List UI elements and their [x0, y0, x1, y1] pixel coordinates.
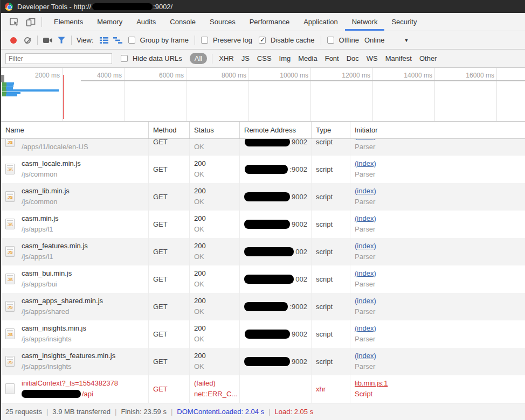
request-path: /apps/l1/locale/en-US [22, 143, 88, 151]
divider: | [46, 408, 48, 416]
overview-bar-segment [6, 94, 17, 96]
initiator-link[interactable]: lib.min.js:1 [355, 379, 388, 387]
table-row[interactable]: casm_insights.min.js/js/apps/insightsGET… [1, 320, 525, 348]
column-header-status[interactable]: Status [190, 122, 240, 138]
clear-button[interactable] [20, 34, 34, 47]
filter-type-img[interactable]: Img [279, 54, 291, 62]
filter-type-other[interactable]: Other [419, 54, 437, 62]
use-large-rows-button[interactable] [97, 34, 111, 47]
initiator-link[interactable]: (index) [355, 269, 376, 277]
cell-name: casm_apps_shared.min.js/js/apps/shared [1, 293, 149, 320]
cell-initiator: lib.min.js:1Script [350, 375, 525, 403]
overview-tick-label: 14000 ms [381, 72, 432, 79]
table-row[interactable]: casm_lib.min.js/js/commonGET200OK9002scr… [1, 183, 525, 211]
filter-type-ws[interactable]: WS [367, 54, 378, 62]
column-header-method[interactable]: Method [149, 122, 190, 138]
inspect-element-icon[interactable] [6, 16, 23, 29]
js-file-icon [5, 139, 15, 147]
redacted-address [244, 220, 290, 229]
initiator-link[interactable]: (index) [355, 242, 376, 250]
tab-audits[interactable]: Audits [129, 13, 163, 31]
initiator-link[interactable]: (index) [355, 187, 376, 195]
filter-type-xhr[interactable]: XHR [219, 54, 233, 62]
initiator-link[interactable]: (index) [355, 297, 376, 305]
device-toolbar-icon[interactable] [23, 16, 39, 29]
filter-type-css[interactable]: CSS [257, 54, 272, 62]
tabbar-icons [1, 13, 47, 31]
tab-performance[interactable]: Performance [243, 13, 296, 31]
hide-data-urls-label: Hide data URLs [133, 54, 182, 62]
table-row[interactable]: casm_insights_features.min.js/js/apps/in… [1, 348, 525, 375]
initiator-source: Parser [355, 362, 375, 370]
filter-type-font[interactable]: Font [325, 54, 339, 62]
column-header-remote-address[interactable]: Remote Address [240, 122, 312, 138]
column-header-type[interactable]: Type [312, 122, 350, 138]
tab-console[interactable]: Console [163, 13, 203, 31]
column-header-initiator[interactable]: Initiator [350, 122, 525, 138]
table-row[interactable]: /apps/l1/locale/en-USGET200OK9002script(… [1, 139, 525, 156]
filter-type-all[interactable]: All [190, 53, 207, 64]
record-icon [10, 37, 17, 44]
tab-security[interactable]: Security [384, 13, 424, 31]
cell-method: GET [149, 238, 190, 265]
hide-data-urls-checkbox[interactable] [121, 55, 128, 62]
divider [321, 36, 321, 45]
chevron-down-icon[interactable]: ▼ [404, 38, 409, 43]
tab-elements[interactable]: Elements [47, 13, 90, 31]
show-overview-button[interactable] [111, 34, 125, 47]
cell-type: script [312, 238, 350, 265]
overview-bar-segment [2, 85, 6, 87]
table-row[interactable]: casm.min.js/js/apps/l1GET200OK9002script… [1, 211, 525, 238]
status-code: 200 [194, 242, 206, 250]
overview-bar-segment [6, 85, 13, 87]
initiator-link[interactable]: (index) [355, 352, 376, 360]
cell-remote-address: 9002 [240, 139, 312, 156]
tab-sources[interactable]: Sources [203, 13, 243, 31]
status-text: OK [194, 253, 204, 261]
overview-tick-label: 12000 ms [319, 72, 370, 79]
capture-screenshots-button[interactable] [40, 34, 54, 47]
filter-type-doc[interactable]: Doc [347, 54, 359, 62]
initiator-link[interactable]: (index) [355, 214, 376, 222]
initiator-link[interactable]: (index) [355, 139, 376, 140]
table-row-wrapper: casm_lib.min.js/js/commonGET200OK9002scr… [1, 183, 525, 211]
offline-checkbox[interactable] [327, 37, 334, 44]
status-text: net::ERR_C... [194, 390, 237, 398]
cell-status: 200OK [190, 156, 240, 183]
overview-gridline [434, 68, 435, 121]
disable-cache-checkbox[interactable] [259, 37, 266, 44]
table-row[interactable]: initialContext?_ts=1554382378/apiGET(fai… [1, 375, 525, 403]
finish-time: Finish: 23.59 s [121, 408, 167, 416]
table-row[interactable]: casm_features.min.js/js/apps/l1GET200OK0… [1, 238, 525, 265]
record-button[interactable] [6, 34, 20, 47]
redacted-address [245, 330, 290, 339]
table-row[interactable]: casm_locale.min.js/js/commonGET200OK:900… [1, 156, 525, 183]
filter-type-js[interactable]: JS [241, 54, 250, 62]
throttling-select[interactable]: Online [364, 36, 385, 44]
cell-remote-address: 9002 [240, 348, 312, 375]
network-overview[interactable]: 2000 ms4000 ms6000 ms8000 ms10000 ms1200… [1, 68, 525, 122]
remote-address-port: :9002 [289, 165, 307, 173]
tab-application[interactable]: Application [296, 13, 345, 31]
group-by-frame-checkbox[interactable] [128, 37, 135, 44]
cell-initiator: (index)Parser [350, 320, 525, 348]
overview-handle[interactable] [1, 75, 4, 82]
filter-toggle-button[interactable] [54, 34, 68, 47]
tab-network[interactable]: Network [345, 13, 385, 31]
resource-type-filters: AllXHRJSCSSImgMediaFontDocWSManifestOthe… [185, 53, 441, 64]
request-name: initialContext?_ts=1554382378 [22, 379, 118, 387]
table-row[interactable]: casm_apps_shared.min.js/js/apps/sharedGE… [1, 293, 525, 320]
table-row[interactable]: casm_bui.min.js/js/apps/buiGET200OK002sc… [1, 265, 525, 293]
table-row-wrapper: casm_insights.min.js/js/apps/insightsGET… [1, 320, 525, 348]
filter-type-media[interactable]: Media [298, 54, 317, 62]
filter-type-manifest[interactable]: Manifest [385, 54, 412, 62]
initiator-link[interactable]: (index) [355, 159, 376, 167]
tab-memory[interactable]: Memory [90, 13, 129, 31]
preserve-log-checkbox[interactable] [201, 37, 208, 44]
overview-bar-segment [2, 94, 6, 96]
cell-status: 200OK [190, 265, 240, 293]
column-header-name[interactable]: Name [1, 122, 149, 138]
cell-initiator: (index)Parser [350, 211, 525, 238]
filter-input[interactable] [5, 53, 112, 64]
initiator-link[interactable]: (index) [355, 324, 376, 332]
